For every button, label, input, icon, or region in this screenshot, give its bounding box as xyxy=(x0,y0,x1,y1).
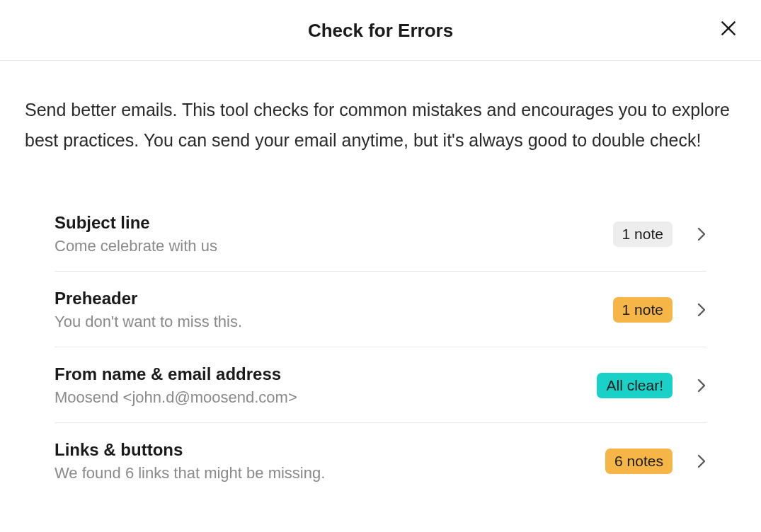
item-title: Links & buttons xyxy=(55,440,605,460)
item-subtitle: You don't want to miss this. xyxy=(55,313,613,331)
item-info: Links & buttons We found 6 links that mi… xyxy=(55,440,605,482)
item-meta: All clear! xyxy=(597,373,706,398)
status-badge: 6 notes xyxy=(605,449,673,474)
chevron-right-icon xyxy=(697,378,706,393)
item-meta: 1 note xyxy=(613,221,706,247)
item-title: Subject line xyxy=(55,213,613,233)
status-badge: 1 note xyxy=(613,221,673,247)
chevron-right-icon xyxy=(697,226,706,242)
item-subtitle: We found 6 links that might be missing. xyxy=(55,464,605,482)
check-item-subject-line[interactable]: Subject line Come celebrate with us 1 no… xyxy=(55,196,706,272)
intro-text: Send better emails. This tool checks for… xyxy=(25,95,736,155)
item-info: Preheader You don't want to miss this. xyxy=(55,289,613,331)
check-item-links-buttons[interactable]: Links & buttons We found 6 links that mi… xyxy=(55,423,706,498)
item-subtitle: Come celebrate with us xyxy=(55,237,613,255)
item-title: From name & email address xyxy=(55,364,597,384)
checklist: Subject line Come celebrate with us 1 no… xyxy=(25,196,736,498)
page-title: Check for Errors xyxy=(0,20,761,42)
check-item-preheader[interactable]: Preheader You don't want to miss this. 1… xyxy=(55,272,706,347)
item-title: Preheader xyxy=(55,289,613,308)
status-badge: All clear! xyxy=(597,373,673,398)
header: Check for Errors xyxy=(0,0,761,61)
item-meta: 1 note xyxy=(613,297,706,323)
chevron-right-icon xyxy=(697,453,706,469)
item-info: From name & email address Moosend <john.… xyxy=(55,364,597,407)
content: Send better emails. This tool checks for… xyxy=(0,61,761,498)
check-item-from-name-email[interactable]: From name & email address Moosend <john.… xyxy=(55,347,706,423)
close-button[interactable] xyxy=(717,17,740,40)
chevron-right-icon xyxy=(697,302,706,318)
item-info: Subject line Come celebrate with us xyxy=(55,213,613,255)
item-subtitle: Moosend <john.d@moosend.com> xyxy=(55,388,597,407)
close-icon xyxy=(719,19,738,37)
item-meta: 6 notes xyxy=(605,449,706,474)
status-badge: 1 note xyxy=(613,297,673,323)
